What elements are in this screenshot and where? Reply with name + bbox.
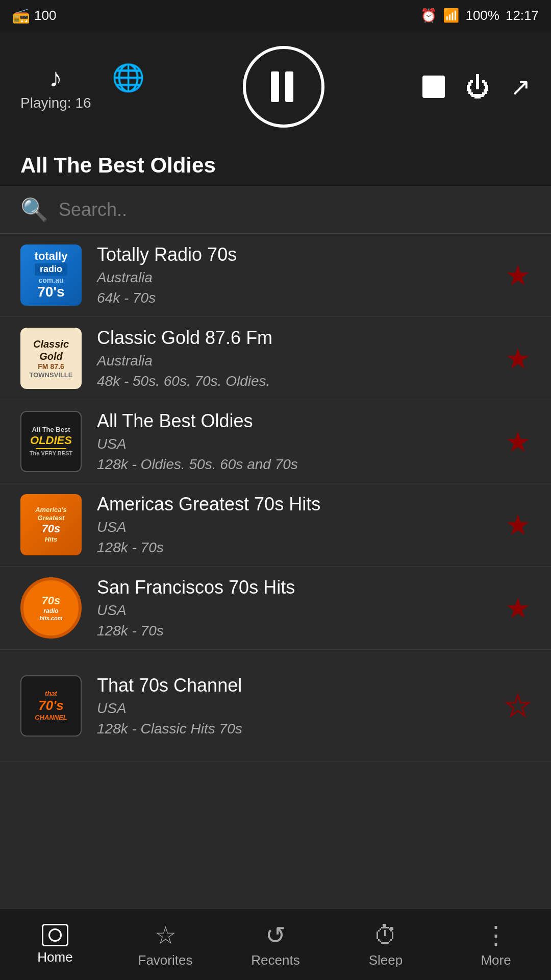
station-info-5: San Franciscos 70s Hits USA 128k - 70s [97,577,490,639]
station-details-3: 128k - Oldies. 50s. 60s and 70s [97,456,490,473]
station-details-6: 128k - Classic Hits 70s [97,721,490,737]
station-logo-sf: 70s radio hits.com [20,577,82,639]
status-right: ⏰ 📶 100% 12:17 [420,8,539,23]
station-name-4: Americas Greatest 70s Hits [97,494,490,515]
now-playing-title: All The Best Oldies [20,153,531,178]
pause-button[interactable] [243,46,324,128]
nav-item-more[interactable]: ⋮ More [441,916,551,973]
app-icon: 📻 [12,7,30,24]
station-logo-that70s: that 70's CHANNEL [20,675,82,737]
nav-label-sleep: Sleep [369,952,403,968]
station-item[interactable]: 70s radio hits.com San Franciscos 70s Hi… [0,567,551,650]
favorite-star-2[interactable]: ★ [505,342,531,375]
sleep-icon: ⏱ [373,921,398,949]
status-bar: 📻 100 ⏰ 📶 100% 12:17 [0,0,551,31]
station-logo-oldies: All The Best OLDIES The VERY BEST [20,411,82,472]
home-icon [42,924,68,946]
nav-item-sleep[interactable]: ⏱ Sleep [331,916,441,973]
pause-bar-left [271,71,279,102]
favorite-star-1[interactable]: ★ [505,259,531,292]
more-icon: ⋮ [484,921,508,949]
station-item[interactable]: totally radio com.au 70's Totally Radio … [0,234,551,317]
station-details-2: 48k - 50s. 60s. 70s. Oldies. [97,373,490,389]
music-note-icon[interactable]: ♪ [49,62,62,93]
left-icons: ♪ Playing: 16 🌐 [20,62,145,111]
nav-label-home: Home [37,949,72,965]
favorite-star-4[interactable]: ★ [505,508,531,542]
time-label: 12:17 [506,8,539,23]
station-country-5: USA [97,602,490,619]
favorite-star-3[interactable]: ★ [505,425,531,458]
station-item[interactable]: America's Greatest 70s Hits Americas Gre… [0,483,551,567]
station-name-1: Totally Radio 70s [97,244,490,265]
nav-item-favorites[interactable]: ☆ Favorites [110,916,220,973]
station-logo-totally: totally radio com.au 70's [20,244,82,306]
nav-item-recents[interactable]: ↺ Recents [220,916,331,973]
wifi-icon: 📶 [443,8,459,23]
stop-button[interactable] [422,76,445,98]
globe-col: 🌐 [112,62,145,93]
recents-icon: ↺ [265,921,286,949]
station-item[interactable]: that 70's CHANNEL That 70s Channel USA 1… [0,650,551,762]
station-info-6: That 70s Channel USA 128k - Classic Hits… [97,675,490,737]
globe-icon[interactable]: 🌐 [112,62,145,93]
station-country-2: Australia [97,353,490,369]
battery-label: 100% [465,8,499,23]
nav-label-favorites: Favorites [138,952,193,968]
left-icons-row: ♪ Playing: 16 🌐 [20,62,145,111]
station-item[interactable]: All The Best OLDIES The VERY BEST All Th… [0,400,551,483]
station-country-1: Australia [97,270,490,286]
station-details-1: 64k - 70s [97,290,490,306]
station-country-6: USA [97,700,490,717]
station-name-3: All The Best Oldies [97,410,490,432]
station-logo-classic: Classic Gold FM 87.6 TOWNSVILLE [20,328,82,389]
music-note-col: ♪ Playing: 16 [20,62,91,111]
bottom-nav: Home ☆ Favorites ↺ Recents ⏱ Sleep ⋮ Mor… [0,909,551,980]
player-controls-row: ♪ Playing: 16 🌐 ⏻ ↗ [20,46,531,128]
station-country-3: USA [97,436,490,452]
station-item[interactable]: Classic Gold FM 87.6 TOWNSVILLE Classic … [0,317,551,400]
header-icons-right: ⏻ ↗ [422,72,531,101]
station-name-2: Classic Gold 87.6 Fm [97,327,490,349]
search-icon: 🔍 [20,197,48,223]
nav-item-home[interactable]: Home [0,919,110,970]
favorite-star-5[interactable]: ★ [505,592,531,625]
station-info-3: All The Best Oldies USA 128k - Oldies. 5… [97,410,490,473]
station-info-2: Classic Gold 87.6 Fm Australia 48k - 50s… [97,327,490,389]
player-header: ♪ Playing: 16 🌐 ⏻ ↗ [0,31,551,143]
search-bar: 🔍 [0,186,551,234]
favorites-icon: ☆ [155,921,177,949]
station-name-5: San Franciscos 70s Hits [97,577,490,598]
station-list: totally radio com.au 70's Totally Radio … [0,234,551,762]
station-info-4: Americas Greatest 70s Hits USA 128k - 70… [97,494,490,556]
station-details-4: 128k - 70s [97,540,490,556]
alarm-icon: ⏰ [420,8,437,23]
playing-label: Playing: 16 [20,95,91,111]
station-logo-americas: America's Greatest 70s Hits [20,494,82,555]
power-icon[interactable]: ⏻ [465,73,490,101]
favorite-star-6[interactable]: ★ [505,689,531,722]
nav-label-recents: Recents [251,952,299,968]
nav-label-more: More [481,952,511,968]
app-label: 100 [34,8,56,23]
share-icon[interactable]: ↗ [510,72,531,101]
search-input[interactable] [59,199,531,220]
station-details-5: 128k - 70s [97,623,490,639]
status-left: 📻 100 [12,7,56,24]
station-country-4: USA [97,519,490,535]
station-info-1: Totally Radio 70s Australia 64k - 70s [97,244,490,306]
station-name-6: That 70s Channel [97,675,490,696]
now-playing-section: All The Best Oldies [0,143,551,186]
pause-bar-right [285,71,293,102]
pause-icon [271,69,296,105]
